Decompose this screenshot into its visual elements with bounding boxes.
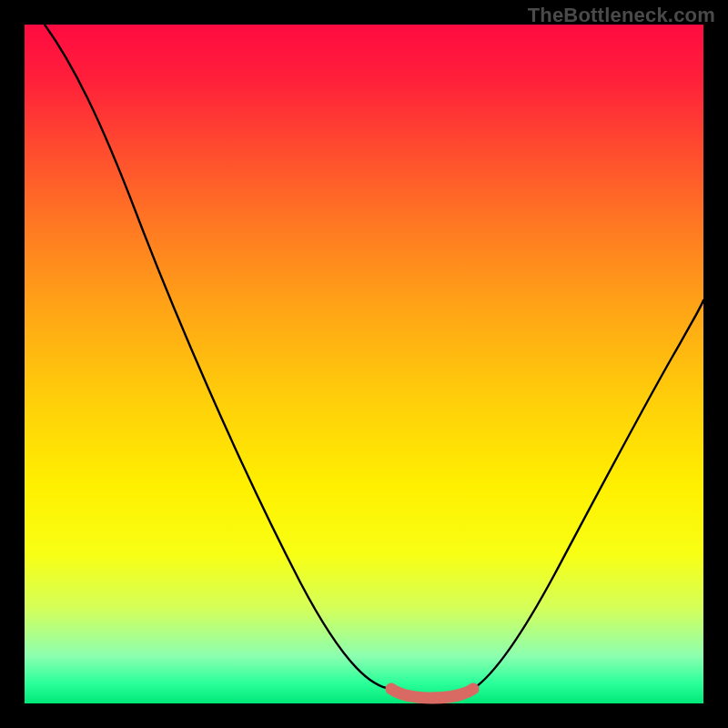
watermark-text: TheBottleneck.com bbox=[528, 4, 715, 27]
curve-right bbox=[473, 300, 703, 689]
curve-left bbox=[45, 25, 391, 689]
flat-band bbox=[391, 689, 473, 698]
chart-svg bbox=[0, 0, 728, 728]
chart-frame: TheBottleneck.com bbox=[0, 0, 728, 728]
